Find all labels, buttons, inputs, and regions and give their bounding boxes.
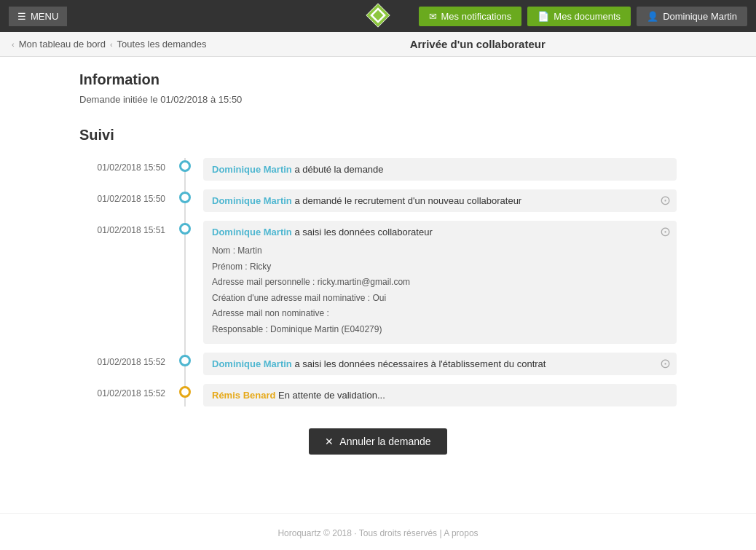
timeline-marker: [174, 384, 196, 398]
timeline-item: 01/02/2018 15:52 Rémis Benard En attente…: [79, 384, 677, 406]
breadcrumb: ‹ Mon tableau de bord ‹ Toutes les deman…: [0, 32, 756, 57]
information-section: Information Demande initiée le 01/02/201…: [79, 71, 677, 105]
detail-mail-non-nominative: Adresse mail non nominative :: [212, 306, 668, 322]
logo: [365, 2, 391, 31]
timeline-dot: [179, 160, 191, 172]
timeline-details: Nom : Martin Prénom : Ricky Adresse mail…: [212, 243, 668, 338]
timeline-date: 01/02/2018 15:52: [79, 353, 174, 367]
envelope-icon: ✉: [429, 11, 437, 22]
timeline-item: 01/02/2018 15:50 Dominique Martin a débu…: [79, 158, 677, 181]
hamburger-icon: ☰: [17, 11, 26, 22]
user-icon: 👤: [647, 11, 658, 22]
timeline-dot: [179, 355, 191, 366]
header: ☰ MENU ✉ Mes notifications 📄 Mes documen…: [0, 0, 756, 32]
user-button[interactable]: 👤 Dominique Martin: [637, 7, 747, 26]
more-options-button[interactable]: ⊙: [660, 225, 671, 238]
documents-label: Mes documents: [554, 11, 621, 22]
timeline-body: ⊙ Dominique Martin a saisi les données n…: [203, 353, 677, 375]
timeline-marker: [174, 158, 196, 172]
user-label: Dominique Martin: [663, 11, 737, 22]
cancel-button[interactable]: ✕ Annuler la demande: [309, 428, 446, 455]
footer: Horoquartz © 2018 · Tous droits réservés…: [0, 513, 756, 550]
detail-mail-perso: Adresse mail personnelle : ricky.martin@…: [212, 275, 668, 291]
chevron-separator: ‹: [110, 40, 113, 49]
timeline-action: En attente de validation...: [278, 390, 385, 401]
information-title: Information: [79, 71, 677, 88]
detail-responsable: Responsable : Dominique Martin (E040279): [212, 322, 668, 338]
notifications-button[interactable]: ✉ Mes notifications: [419, 7, 522, 26]
timeline-user: Dominique Martin: [212, 195, 292, 206]
timeline-item: 01/02/2018 15:50 ⊙ Dominique Martin a de…: [79, 189, 677, 212]
document-icon: 📄: [538, 11, 549, 22]
detail-nom: Nom : Martin: [212, 243, 668, 259]
page-title: Arrivée d'un collaborateur: [210, 38, 744, 50]
timeline-user: Dominique Martin: [212, 358, 292, 369]
timeline-dot: [179, 386, 191, 398]
documents-button[interactable]: 📄 Mes documents: [527, 7, 631, 26]
header-left: ☰ MENU: [9, 7, 67, 26]
timeline-action: a saisi les données nécessaires à l'étab…: [294, 358, 546, 369]
header-right: ✉ Mes notifications 📄 Mes documents 👤 Do…: [419, 7, 747, 26]
detail-prenom: Prénom : Ricky: [212, 259, 668, 275]
breadcrumb-dashboard[interactable]: Mon tableau de bord: [19, 39, 106, 50]
timeline-body: Dominique Martin a débuté la demande: [203, 158, 677, 181]
timeline-dot: [179, 223, 191, 235]
timeline-date: 01/02/2018 15:50: [79, 189, 174, 204]
suivi-section: Suivi 01/02/2018 15:50 Dominique Martin …: [79, 127, 677, 406]
timeline-user: Dominique Martin: [212, 164, 292, 175]
timeline-marker: [174, 189, 196, 203]
breadcrumb-all-requests[interactable]: Toutes les demandes: [117, 39, 207, 50]
cancel-section: ✕ Annuler la demande: [79, 428, 677, 455]
more-options-button[interactable]: ⊙: [660, 357, 671, 370]
footer-copyright: Horoquartz © 2018 · Tous droits réservés: [277, 528, 437, 538]
timeline-date: 01/02/2018 15:52: [79, 384, 174, 398]
detail-mail-nominative: Création d'une adresse mail nominative :…: [212, 291, 668, 307]
timeline-user: Rémis Benard: [212, 390, 275, 401]
notifications-label: Mes notifications: [441, 11, 512, 22]
timeline-marker: [174, 221, 196, 235]
more-options-button[interactable]: ⊙: [660, 194, 671, 207]
footer-about-link[interactable]: A propos: [444, 528, 478, 538]
timeline-body: ⊙ Dominique Martin a demandé le recrutem…: [203, 189, 677, 212]
timeline-body: Rémis Benard En attente de validation...: [203, 384, 677, 406]
suivi-title: Suivi: [79, 127, 677, 144]
timeline-action: a saisi les données collaborateur: [294, 227, 432, 237]
menu-button[interactable]: ☰ MENU: [9, 7, 67, 26]
timeline-item: 01/02/2018 15:51 ⊙ Dominique Martin a sa…: [79, 221, 677, 344]
timeline-dot: [179, 192, 191, 203]
information-subtitle: Demande initiée le 01/02/2018 à 15:50: [79, 94, 677, 105]
cancel-label: Annuler la demande: [339, 436, 430, 447]
chevron-left-icon: ‹: [12, 40, 15, 49]
timeline-action: a débuté la demande: [294, 164, 383, 175]
timeline: 01/02/2018 15:50 Dominique Martin a débu…: [79, 158, 677, 406]
menu-label: MENU: [31, 11, 58, 22]
timeline-user: Dominique Martin: [212, 227, 292, 237]
timeline-item: 01/02/2018 15:52 ⊙ Dominique Martin a sa…: [79, 353, 677, 375]
timeline-body: ⊙ Dominique Martin a saisi les données c…: [203, 221, 677, 344]
main-content: Information Demande initiée le 01/02/201…: [50, 57, 706, 469]
timeline-action: a demandé le recrutement d'un nouveau co…: [294, 195, 521, 206]
timeline-date: 01/02/2018 15:50: [79, 158, 174, 173]
timeline-date: 01/02/2018 15:51: [79, 221, 174, 235]
times-icon: ✕: [325, 436, 334, 447]
timeline-marker: [174, 353, 196, 366]
